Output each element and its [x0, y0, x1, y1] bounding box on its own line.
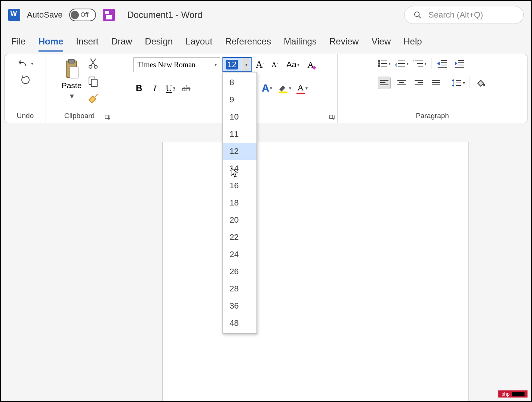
svg-point-0 [415, 12, 419, 16]
font-size-option[interactable]: 10 [223, 108, 256, 126]
bullets-button[interactable]: ▾ [378, 57, 391, 70]
font-color-button[interactable]: A ▾ [296, 82, 308, 95]
shrink-font-button[interactable]: A˅ [269, 58, 282, 71]
font-size-value: 12 [226, 60, 237, 69]
underline-button[interactable]: U ▾ [165, 82, 176, 95]
decrease-indent-button[interactable] [436, 57, 449, 70]
autosave-label: AutoSave [27, 10, 62, 20]
chevron-down-icon: ▾ [270, 86, 272, 91]
chevron-down-icon: ▾ [463, 80, 465, 86]
svg-rect-12 [105, 115, 108, 118]
font-name-select[interactable]: Times New Roman ▾ [133, 57, 220, 72]
font-size-option[interactable]: 36 [223, 297, 256, 315]
tab-references[interactable]: References [225, 36, 271, 52]
chevron-down-icon: ▾ [388, 61, 391, 66]
clipboard-launcher[interactable] [105, 115, 111, 121]
undo-button[interactable]: ▾ [18, 57, 33, 70]
svg-rect-13 [279, 92, 287, 93]
word-logo-icon [8, 9, 20, 21]
tab-draw[interactable]: Draw [111, 36, 132, 52]
font-size-option[interactable]: 26 [223, 263, 256, 280]
ribbon: ▾ Undo Paste ▾ [4, 54, 528, 123]
tab-help[interactable]: Help [403, 36, 422, 52]
font-size-option[interactable]: 11 [223, 126, 256, 143]
copy-button[interactable] [87, 75, 99, 88]
justify-button[interactable] [430, 77, 442, 89]
italic-button[interactable]: I [149, 82, 160, 95]
svg-line-8 [90, 59, 95, 65]
svg-point-17 [378, 63, 380, 64]
strikethrough-button[interactable]: ab [181, 82, 192, 95]
chevron-down-icon: ▾ [297, 62, 299, 67]
save-icon[interactable] [103, 9, 115, 21]
font-size-option[interactable]: 9 [223, 91, 256, 108]
group-undo: ▾ Undo [5, 54, 46, 123]
autosave-toggle[interactable]: Off [69, 9, 96, 21]
format-painter-button[interactable] [87, 93, 99, 106]
font-size-option[interactable]: 20 [223, 211, 256, 229]
chevron-down-icon: ▾ [305, 86, 308, 91]
align-right-button[interactable] [412, 77, 425, 89]
font-size-select[interactable]: 12 ▾ [222, 57, 252, 72]
chevron-down-icon: ▾ [31, 61, 33, 66]
font-size-option[interactable]: 16 [223, 177, 256, 194]
text-effects-button[interactable]: A ▾ [261, 82, 273, 95]
font-size-dropdown-button[interactable]: ▾ [242, 58, 249, 71]
align-center-button[interactable] [395, 77, 408, 89]
svg-point-54 [483, 84, 485, 86]
tab-file[interactable]: File [11, 36, 26, 52]
shading-button[interactable] [474, 77, 487, 89]
tab-home[interactable]: Home [39, 36, 64, 52]
numbering-button[interactable]: 123 ▾ [395, 57, 409, 70]
svg-point-5 [89, 65, 92, 68]
font-size-option[interactable]: 22 [223, 229, 256, 246]
tab-review[interactable]: Review [329, 36, 359, 52]
group-paragraph: ▾ 123 ▾ 1 ▾ [338, 54, 527, 123]
font-size-option[interactable]: 48 [223, 315, 256, 332]
tab-mailings[interactable]: Mailings [284, 36, 317, 52]
tab-view[interactable]: View [372, 36, 391, 52]
change-case-label: Aa [286, 60, 296, 69]
document-title: Document1 - Word [127, 10, 202, 20]
font-size-option[interactable]: 28 [223, 280, 256, 297]
tab-layout[interactable]: Layout [185, 36, 212, 52]
paste-label: Paste [62, 81, 82, 90]
change-case-button[interactable]: Aa ▾ [286, 58, 299, 71]
font-size-option[interactable]: 24 [223, 246, 256, 263]
svg-rect-14 [329, 115, 333, 118]
font-size-option[interactable]: 18 [223, 194, 256, 211]
line-spacing-button[interactable]: ▾ [452, 77, 465, 89]
group-label-undo: Undo [17, 110, 34, 121]
bold-button[interactable]: B [133, 82, 145, 95]
font-size-dropdown: 8910111214161820222426283648 [222, 72, 257, 334]
ribbon-tabs: File Home Insert Draw Design Layout Refe… [1, 29, 531, 52]
font-size-option[interactable]: 8 [223, 74, 256, 91]
font-launcher[interactable] [329, 115, 335, 121]
svg-line-1 [419, 16, 421, 18]
watermark-block-icon [512, 392, 525, 396]
highlight-button[interactable]: ▾ [278, 82, 291, 95]
tab-design[interactable]: Design [145, 36, 173, 52]
font-color-label: A [296, 83, 304, 94]
tab-insert[interactable]: Insert [76, 36, 98, 52]
paste-button[interactable]: Paste ▾ [59, 57, 84, 102]
grow-font-button[interactable]: A˄ [254, 58, 267, 71]
chevron-down-icon: ▾ [424, 61, 427, 66]
svg-line-7 [91, 59, 96, 65]
clear-formatting-button[interactable]: A◆ [304, 58, 317, 71]
chevron-down-icon: ▾ [245, 62, 247, 67]
multilevel-list-button[interactable]: 1 ▾ [413, 57, 427, 70]
search-icon [413, 11, 422, 19]
svg-line-11 [95, 94, 98, 97]
repeat-button[interactable] [19, 74, 32, 86]
font-size-option[interactable]: 14 [223, 160, 256, 177]
increase-indent-button[interactable] [453, 57, 466, 70]
group-label-clipboard: Clipboard [64, 110, 95, 121]
chevron-down-icon: ▾ [173, 86, 175, 91]
chevron-down-icon: ▾ [406, 61, 409, 66]
document-page[interactable] [162, 142, 469, 402]
font-size-option[interactable]: 12 [223, 143, 256, 160]
align-left-button[interactable] [378, 77, 391, 89]
cut-button[interactable] [87, 57, 99, 70]
search-box[interactable]: Search (Alt+Q) [404, 6, 524, 24]
